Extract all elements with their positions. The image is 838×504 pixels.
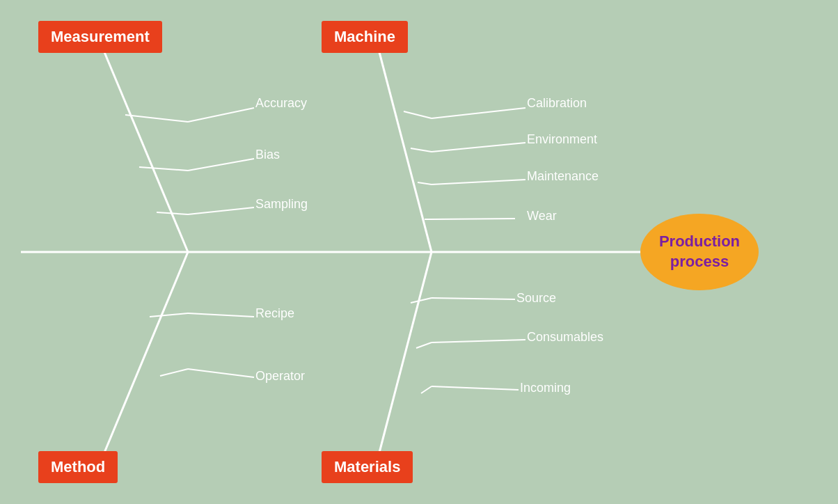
production-process-label: Productionprocess (659, 232, 740, 271)
svg-line-18 (150, 313, 188, 317)
svg-line-22 (379, 252, 432, 452)
svg-line-28 (432, 386, 519, 390)
wear-label: Wear (527, 209, 557, 223)
svg-line-11 (411, 148, 432, 152)
measurement-box: Measurement (38, 21, 162, 53)
source-label: Source (516, 291, 556, 306)
svg-line-20 (160, 369, 188, 376)
consumables-label: Consumables (527, 330, 603, 345)
svg-line-26 (432, 340, 525, 342)
recipe-label: Recipe (255, 306, 294, 321)
bias-label: Bias (255, 148, 280, 162)
sampling-label: Sampling (255, 197, 308, 212)
svg-line-5 (188, 159, 254, 171)
svg-line-10 (432, 108, 525, 118)
svg-line-23 (411, 298, 432, 303)
calibration-label: Calibration (527, 96, 587, 111)
environment-label: Environment (527, 132, 597, 147)
svg-line-4 (139, 167, 188, 171)
svg-line-17 (104, 252, 188, 452)
svg-line-3 (188, 108, 254, 122)
svg-line-14 (432, 180, 525, 184)
svg-line-24 (432, 298, 515, 299)
svg-line-27 (421, 386, 432, 393)
svg-line-7 (188, 207, 254, 214)
method-box: Method (38, 451, 118, 483)
svg-line-21 (188, 369, 254, 377)
maintenance-label: Maintenance (527, 169, 599, 184)
svg-line-25 (416, 342, 432, 348)
svg-line-16 (432, 219, 515, 219)
svg-line-12 (432, 143, 525, 152)
materials-box: Materials (322, 451, 413, 483)
svg-line-1 (104, 52, 188, 252)
svg-line-13 (418, 182, 432, 184)
svg-line-9 (404, 111, 432, 118)
production-process-oval: Productionprocess (640, 214, 759, 290)
incoming-label: Incoming (520, 381, 571, 395)
machine-box: Machine (322, 21, 408, 53)
accuracy-label: Accuracy (255, 96, 307, 111)
operator-label: Operator (255, 369, 305, 384)
svg-line-19 (188, 313, 254, 317)
svg-line-2 (125, 115, 188, 122)
svg-line-8 (379, 52, 432, 252)
